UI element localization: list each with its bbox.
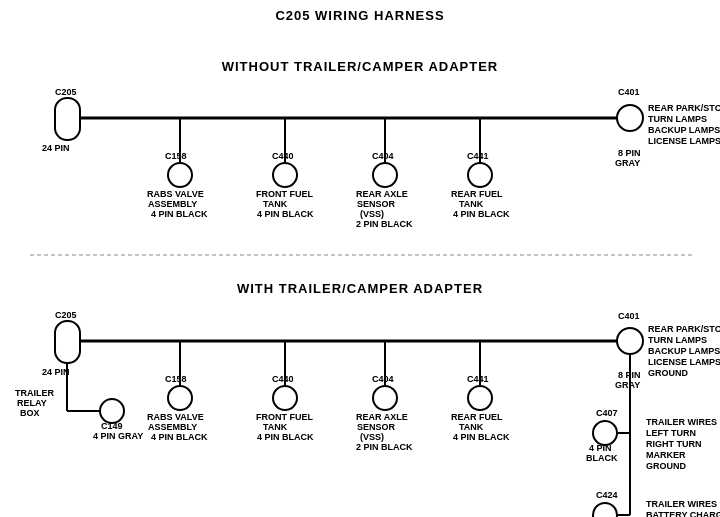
svg-text:2 PIN BLACK: 2 PIN BLACK	[356, 442, 413, 452]
wiring-diagram-svg: WITHOUT TRAILER/CAMPER ADAPTER C205 24 P…	[0, 23, 720, 517]
svg-point-77	[617, 328, 643, 354]
svg-point-66	[373, 386, 397, 410]
svg-text:REAR AXLE: REAR AXLE	[356, 189, 408, 199]
svg-text:RABS VALVE: RABS VALVE	[147, 412, 204, 422]
svg-text:SENSOR: SENSOR	[357, 422, 396, 432]
diagram-area: WITHOUT TRAILER/CAMPER ADAPTER C205 24 P…	[0, 23, 720, 517]
svg-point-72	[468, 386, 492, 410]
svg-point-17	[168, 163, 192, 187]
svg-text:C205: C205	[55, 87, 77, 97]
svg-text:4 PIN GRAY: 4 PIN GRAY	[93, 431, 143, 441]
svg-point-5	[617, 105, 643, 131]
svg-text:BACKUP LAMPS: BACKUP LAMPS	[648, 346, 720, 356]
svg-text:C441: C441	[467, 151, 489, 161]
svg-text:C440: C440	[272, 374, 294, 384]
svg-text:4 PIN BLACK: 4 PIN BLACK	[453, 432, 510, 442]
svg-text:(VSS): (VSS)	[360, 432, 384, 442]
svg-point-22	[273, 163, 297, 187]
svg-text:FRONT FUEL: FRONT FUEL	[256, 412, 313, 422]
svg-text:ASSEMBLY: ASSEMBLY	[148, 199, 197, 209]
svg-text:MARKER: MARKER	[646, 450, 686, 460]
svg-rect-2	[55, 98, 80, 140]
svg-text:RABS VALVE: RABS VALVE	[147, 189, 204, 199]
svg-text:REAR AXLE: REAR AXLE	[356, 412, 408, 422]
svg-text:2 PIN BLACK: 2 PIN BLACK	[356, 219, 413, 229]
svg-text:TANK: TANK	[459, 422, 484, 432]
svg-text:4 PIN BLACK: 4 PIN BLACK	[151, 432, 208, 442]
svg-text:BLACK: BLACK	[586, 453, 618, 463]
svg-text:4 PIN BLACK: 4 PIN BLACK	[151, 209, 208, 219]
svg-text:C149: C149	[101, 421, 123, 431]
svg-text:C440: C440	[272, 151, 294, 161]
svg-point-56	[168, 386, 192, 410]
svg-text:TRAILER WIRES: TRAILER WIRES	[646, 417, 717, 427]
svg-text:BATTERY CHARGE: BATTERY CHARGE	[646, 510, 720, 517]
svg-text:8 PIN: 8 PIN	[618, 148, 641, 158]
svg-text:BOX: BOX	[20, 408, 40, 418]
svg-text:WITHOUT  TRAILER/CAMPER  ADAPT: WITHOUT TRAILER/CAMPER ADAPTER	[222, 59, 499, 74]
svg-text:LICENSE LAMPS: LICENSE LAMPS	[648, 357, 720, 367]
svg-text:C404: C404	[372, 374, 394, 384]
svg-text:C205: C205	[55, 310, 77, 320]
svg-text:GROUND: GROUND	[646, 461, 686, 471]
svg-rect-41	[55, 321, 80, 363]
svg-point-98	[593, 503, 617, 517]
svg-text:TURN LAMPS: TURN LAMPS	[648, 335, 707, 345]
svg-text:REAR PARK/STOP: REAR PARK/STOP	[648, 103, 720, 113]
svg-text:TANK: TANK	[263, 422, 288, 432]
svg-text:REAR FUEL: REAR FUEL	[451, 412, 503, 422]
svg-text:ASSEMBLY: ASSEMBLY	[148, 422, 197, 432]
svg-text:LEFT TURN: LEFT TURN	[646, 428, 696, 438]
svg-text:4 PIN BLACK: 4 PIN BLACK	[257, 432, 314, 442]
svg-text:(VSS): (VSS)	[360, 209, 384, 219]
svg-text:TURN LAMPS: TURN LAMPS	[648, 114, 707, 124]
svg-text:RELAY: RELAY	[17, 398, 47, 408]
svg-text:REAR PARK/STOP: REAR PARK/STOP	[648, 324, 720, 334]
svg-text:GROUND: GROUND	[648, 368, 688, 378]
svg-text:RIGHT TURN: RIGHT TURN	[646, 439, 702, 449]
svg-text:TANK: TANK	[263, 199, 288, 209]
svg-text:24 PIN: 24 PIN	[42, 367, 70, 377]
svg-text:LICENSE LAMPS: LICENSE LAMPS	[648, 136, 720, 146]
svg-text:BACKUP LAMPS: BACKUP LAMPS	[648, 125, 720, 135]
svg-text:SENSOR: SENSOR	[357, 199, 396, 209]
svg-text:TANK: TANK	[459, 199, 484, 209]
svg-point-33	[468, 163, 492, 187]
svg-text:4 PIN: 4 PIN	[589, 443, 612, 453]
svg-point-49	[100, 399, 124, 423]
svg-text:4 PIN BLACK: 4 PIN BLACK	[453, 209, 510, 219]
svg-text:C158: C158	[165, 374, 187, 384]
svg-text:REAR FUEL: REAR FUEL	[451, 189, 503, 199]
svg-text:C401: C401	[618, 311, 640, 321]
svg-text:C407: C407	[596, 408, 618, 418]
svg-text:WITH  TRAILER/CAMPER  ADAPTER: WITH TRAILER/CAMPER ADAPTER	[237, 281, 483, 296]
svg-text:C404: C404	[372, 151, 394, 161]
svg-text:24 PIN: 24 PIN	[42, 143, 70, 153]
page-title: C205 WIRING HARNESS	[0, 0, 720, 23]
svg-text:FRONT FUEL: FRONT FUEL	[256, 189, 313, 199]
svg-text:C441: C441	[467, 374, 489, 384]
svg-text:4 PIN BLACK: 4 PIN BLACK	[257, 209, 314, 219]
svg-text:C158: C158	[165, 151, 187, 161]
svg-point-88	[593, 421, 617, 445]
svg-text:GRAY: GRAY	[615, 158, 640, 168]
svg-text:C401: C401	[618, 87, 640, 97]
svg-text:C424: C424	[596, 490, 618, 500]
svg-text:GRAY: GRAY	[615, 380, 640, 390]
svg-text:TRAILER: TRAILER	[15, 388, 54, 398]
svg-point-61	[273, 386, 297, 410]
svg-point-27	[373, 163, 397, 187]
svg-text:TRAILER WIRES: TRAILER WIRES	[646, 499, 717, 509]
